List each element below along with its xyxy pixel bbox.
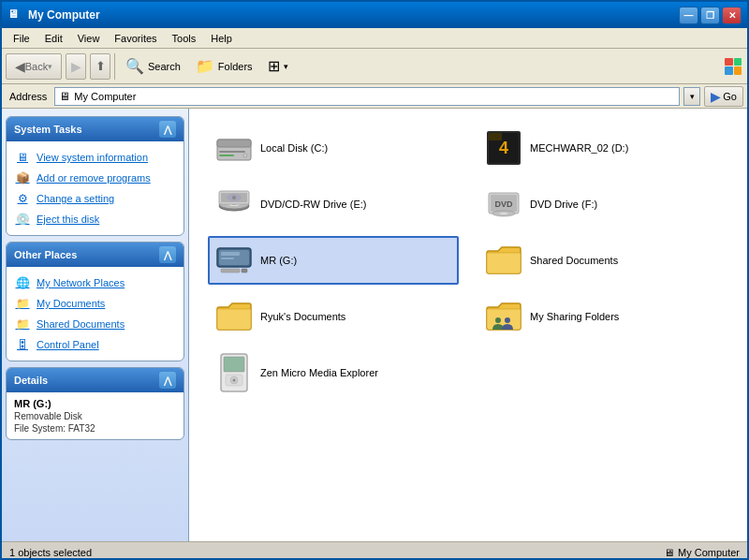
my-sharing-folders-icon (485, 298, 522, 335)
my-sharing-folders-label: My Sharing Folders (530, 311, 619, 322)
address-bar-icon: 🖥 (59, 90, 70, 103)
file-item-my-sharing-folders[interactable]: My Sharing Folders (477, 292, 728, 341)
system-info-icon: 🖥 (14, 149, 31, 166)
shared-documents-icon: 📁 (14, 316, 31, 332)
status-bar: 1 objects selected 🖥 My Computer (2, 541, 747, 560)
details-collapse[interactable]: ⋀ (159, 372, 176, 389)
menu-favorites[interactable]: Favorites (107, 31, 164, 46)
system-tasks-header: System Tasks ⋀ (7, 117, 184, 141)
add-remove-icon: 📦 (14, 169, 31, 186)
details-section: Details ⋀ MR (G:) Removable Disk File Sy… (6, 367, 184, 440)
add-remove-programs-link[interactable]: 📦 Add or remove programs (10, 168, 180, 188)
folders-icon: 📁 (196, 57, 214, 75)
menu-tools[interactable]: Tools (165, 31, 204, 46)
local-disk-c-icon (215, 129, 253, 167)
restore-button[interactable]: ❐ (700, 7, 720, 24)
file-item-local-disk-c[interactable]: Local Disk (C:) (208, 124, 459, 172)
svg-point-29 (495, 317, 501, 323)
my-documents-link[interactable]: 📁 My Documents (10, 293, 180, 314)
go-label: Go (723, 91, 737, 102)
svg-point-35 (233, 379, 236, 382)
views-button[interactable]: ⊞ ▾ (261, 52, 295, 80)
status-location: My Computer (678, 547, 740, 558)
eject-icon: 💿 (14, 211, 31, 228)
svg-rect-2 (219, 151, 245, 153)
main-layout: System Tasks ⋀ 🖥 View system information… (2, 109, 747, 541)
other-places-header: Other Places ⋀ (7, 243, 184, 267)
menu-edit[interactable]: Edit (37, 31, 70, 46)
eject-disk-link[interactable]: 💿 Eject this disk (10, 209, 180, 229)
svg-point-22 (500, 213, 507, 214)
file-item-dvd-f[interactable]: DVD DVD Drive (F:) (477, 180, 728, 228)
system-tasks-collapse[interactable]: ⋀ (159, 121, 176, 138)
search-button[interactable]: 🔍 Search (119, 52, 187, 80)
zen-micro-label: Zen Micro Media Explorer (260, 367, 378, 378)
svg-point-17 (232, 196, 236, 199)
close-button[interactable]: ✕ (722, 7, 742, 24)
file-item-dvdcdrw-e[interactable]: DVD/CD-RW Drive (E:) (208, 180, 459, 228)
views-icon: ⊞ (268, 57, 280, 75)
status-text: 1 objects selected (9, 547, 92, 558)
address-bar: Address 🖥 ▾ ▶ Go (2, 84, 747, 109)
go-button[interactable]: ▶ Go (704, 86, 743, 107)
menu-view[interactable]: View (70, 31, 108, 46)
control-panel-link[interactable]: 🎛 Control Panel (10, 334, 180, 355)
my-documents-icon: 📁 (14, 295, 31, 312)
svg-point-4 (243, 154, 247, 157)
system-tasks-title: System Tasks (14, 124, 82, 135)
ryuks-documents-label: Ryuk's Documents (260, 311, 345, 322)
svg-rect-3 (219, 155, 234, 156)
file-item-shared-documents[interactable]: Shared Documents (477, 236, 728, 285)
local-disk-c-label: Local Disk (C:) (260, 142, 328, 154)
details-filesystem: File System: FAT32 (14, 423, 176, 434)
address-label: Address (6, 91, 51, 102)
file-item-mr-g[interactable]: MR (G:) (208, 236, 459, 285)
menu-help[interactable]: Help (203, 31, 240, 46)
file-item-mechwarr-d[interactable]: 4 MECHWARR_02 (D:) (477, 124, 728, 172)
svg-point-30 (505, 317, 510, 323)
svg-rect-27 (242, 269, 247, 273)
address-dropdown[interactable]: ▾ (683, 87, 700, 106)
menu-file[interactable]: File (6, 31, 37, 46)
my-network-places-link[interactable]: 🌐 My Network Places (10, 273, 180, 293)
shared-documents-folder-icon (485, 242, 522, 279)
ryuks-documents-icon (215, 298, 253, 335)
svg-rect-28 (221, 269, 240, 273)
system-tasks-content: 🖥 View system information 📦 Add or remov… (7, 141, 184, 235)
window-title: My Computer (28, 8, 679, 22)
other-places-section: Other Places ⋀ 🌐 My Network Places 📁 My … (6, 242, 184, 361)
file-grid: Local Disk (C:) 4 MECHWARR_02 (D:) (208, 124, 728, 397)
file-item-ryuks-documents[interactable]: Ryuk's Documents (208, 292, 459, 341)
up-button[interactable]: ⬆ (90, 53, 110, 80)
change-setting-link[interactable]: ⚙ Change a setting (10, 188, 180, 209)
mechwarr-d-label: MECHWARR_02 (D:) (530, 142, 628, 154)
shared-documents-label: Shared Documents (530, 255, 618, 266)
shared-documents-link[interactable]: 📁 Shared Documents (10, 314, 180, 334)
folders-button[interactable]: 📁 Folders (189, 52, 259, 80)
mr-g-icon (215, 242, 253, 279)
back-button[interactable]: ◀ Back ▾ (6, 53, 62, 80)
minimize-button[interactable]: — (679, 7, 698, 24)
control-panel-icon: 🎛 (14, 336, 31, 353)
other-places-title: Other Places (14, 249, 77, 260)
forward-button[interactable]: ▶ (66, 53, 86, 80)
status-icon: 🖥 (664, 547, 674, 558)
details-title: Details (14, 375, 48, 386)
app-icon: 🖥 (7, 7, 22, 22)
view-system-info-link[interactable]: 🖥 View system information (10, 147, 180, 168)
details-header: Details ⋀ (7, 368, 184, 392)
search-label: Search (148, 61, 181, 72)
folders-label: Folders (218, 61, 253, 72)
address-input[interactable] (74, 91, 675, 102)
network-icon: 🌐 (14, 274, 31, 291)
dvdcdrw-e-label: DVD/CD-RW Drive (E:) (260, 199, 366, 210)
go-arrow-icon: ▶ (711, 89, 721, 104)
file-item-zen-micro[interactable]: Zen Micro Media Explorer (208, 348, 459, 397)
svg-text:DVD: DVD (494, 199, 513, 209)
content-area: Local Disk (C:) 4 MECHWARR_02 (D:) (189, 109, 747, 541)
dvd-f-icon: DVD (485, 185, 522, 223)
details-content: MR (G:) Removable Disk File System: FAT3… (7, 392, 184, 439)
other-places-collapse[interactable]: ⋀ (159, 246, 176, 263)
mr-g-label: MR (G:) (260, 255, 297, 266)
system-tasks-section: System Tasks ⋀ 🖥 View system information… (6, 116, 184, 236)
